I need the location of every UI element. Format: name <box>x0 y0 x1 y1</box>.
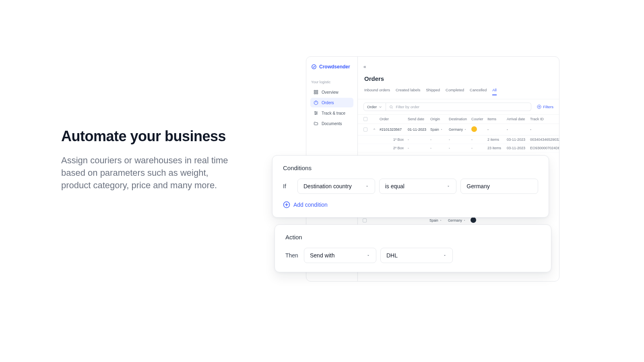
subrow-box: 1º Box <box>380 138 408 142</box>
condition-field-value: Destination country <box>303 183 352 189</box>
folder-icon <box>314 121 318 126</box>
cell-arrival: - <box>507 128 530 132</box>
marketing-copy: Automate your business Assign couriers o… <box>61 128 234 191</box>
chevron-down-icon <box>440 128 443 131</box>
condition-value: Germany <box>466 183 490 189</box>
tab-all[interactable]: All <box>492 88 497 95</box>
chevron-down-icon <box>446 184 450 188</box>
ghost-row: Spain Germany <box>363 217 560 224</box>
search-icon <box>389 105 393 109</box>
action-value-select[interactable]: DHL <box>380 248 453 263</box>
brand[interactable]: Crowdsender <box>310 64 353 70</box>
origin-value: Spain <box>429 218 438 222</box>
sliders-icon <box>314 111 318 115</box>
svg-point-8 <box>390 105 392 108</box>
subrow-items: 2 items <box>487 138 507 142</box>
plus-circle-icon <box>537 105 541 109</box>
svg-point-7 <box>315 114 316 115</box>
page-title: Orders <box>358 75 559 88</box>
tab-labels[interactable]: Created labels <box>396 88 420 95</box>
order-type-select[interactable]: Order <box>363 103 386 111</box>
cell-items: - <box>487 128 507 132</box>
sidebar-item-track[interactable]: Track & trace <box>310 108 353 118</box>
sidebar-item-overview[interactable]: Overview <box>310 87 353 97</box>
conditions-card: Conditions If Destination country is equ… <box>272 155 549 218</box>
origin-value: Spain <box>430 128 439 132</box>
filter-input[interactable]: Filter by order <box>386 103 531 111</box>
row-checkbox[interactable] <box>363 128 367 132</box>
filter-row: Order Filter by order Filters <box>358 99 559 115</box>
condition-operator-value: is equal <box>385 183 405 189</box>
chevron-down-icon <box>443 253 447 257</box>
add-condition-button[interactable]: Add condition <box>283 201 538 208</box>
condition-rule-row: If Destination country is equal Germany <box>283 179 538 194</box>
add-condition-label: Add condition <box>293 202 328 208</box>
condition-operator-select[interactable]: is equal <box>379 179 457 194</box>
svg-point-5 <box>315 111 316 112</box>
th-items: Items <box>487 117 507 121</box>
table-row[interactable]: #2101323567 01-11-2023 Spain Germany - -… <box>358 124 559 136</box>
subrow-box: 2º Box <box>380 146 408 150</box>
collapse-sidebar-button[interactable]: « <box>358 64 559 75</box>
subrow-track: EO9300007024DE <box>530 146 559 150</box>
sidebar-section-label: Your logistic <box>311 80 353 84</box>
table-subrow: 2º Box ---- 23 items 03-11-2023 EO930000… <box>358 144 559 152</box>
chevron-down-icon <box>440 219 442 222</box>
sidebar-item-documents[interactable]: Documents <box>310 119 353 128</box>
svg-point-6 <box>316 113 317 113</box>
th-origin: Origin <box>430 117 449 121</box>
cell-track: - <box>530 128 553 132</box>
th-courier: Courier <box>471 117 487 121</box>
action-field-select[interactable]: Send with <box>304 248 376 263</box>
brand-name: Crowdsender <box>319 64 350 70</box>
cell-origin[interactable]: Spain <box>429 218 448 222</box>
row-expand-toggle[interactable] <box>372 128 376 132</box>
svg-rect-4 <box>316 93 318 94</box>
table-header: Order Send date Origin Destination Couri… <box>358 115 559 124</box>
condition-value-input[interactable]: Germany <box>460 179 538 194</box>
destination-value: Germany <box>448 218 462 222</box>
tab-shipped[interactable]: Shipped <box>426 88 440 95</box>
action-value: DHL <box>386 252 398 259</box>
marketing-sub: Assign couriers or warehouses in real ti… <box>61 154 234 191</box>
svg-rect-2 <box>316 90 318 92</box>
tab-cancelled[interactable]: Cancelled <box>470 88 487 95</box>
th-arrival: Arrival date <box>507 117 530 121</box>
sidebar-item-orders[interactable]: Orders <box>310 98 353 107</box>
th-order: Order <box>380 117 408 121</box>
destination-value: Germany <box>449 128 463 132</box>
condition-field-select[interactable]: Destination country <box>297 179 375 194</box>
plus-circle-icon <box>283 201 290 208</box>
subrow-arrival: 03-11-2023 <box>507 146 530 150</box>
select-all-checkbox[interactable] <box>363 117 367 121</box>
chevron-down-icon <box>464 128 466 131</box>
chevron-down-icon <box>366 253 370 257</box>
brand-logo-icon <box>311 64 317 70</box>
subrow-track: 003404346529032 <box>530 138 559 142</box>
tab-inbound[interactable]: Inbound orders <box>364 88 390 95</box>
svg-rect-1 <box>314 90 316 92</box>
action-rule-row: Then Send with DHL <box>285 248 541 263</box>
table-subrow: 1º Box ---- 2 items 03-11-2023 003404346… <box>358 136 559 144</box>
courier-badge-icon <box>471 126 477 132</box>
cell-order-id: #2101323567 <box>380 128 408 132</box>
order-type-label: Order <box>367 105 377 109</box>
cell-origin[interactable]: Spain <box>430 128 449 132</box>
tab-completed[interactable]: Completed <box>446 88 464 95</box>
chevron-up-icon <box>373 128 376 131</box>
cell-destination[interactable]: Germany <box>448 218 471 222</box>
action-card: Action Then Send with DHL <box>275 224 551 272</box>
cell-destination[interactable]: Germany <box>449 128 471 132</box>
action-title: Action <box>285 234 541 241</box>
row-checkbox[interactable] <box>363 218 367 222</box>
courier-badge-icon <box>471 217 476 223</box>
filters-button[interactable]: Filters <box>531 105 553 109</box>
th-destination: Destination <box>449 117 471 121</box>
subrow-arrival: 03-11-2023 <box>507 138 530 142</box>
sidebar-item-label: Documents <box>322 121 342 126</box>
sidebar-item-label: Track & trace <box>322 111 345 115</box>
filter-placeholder: Filter by order <box>396 105 419 109</box>
marketing-headline: Automate your business <box>61 128 234 145</box>
action-field-value: Send with <box>310 252 334 259</box>
tabs: Inbound orders Created labels Shipped Co… <box>358 88 559 99</box>
